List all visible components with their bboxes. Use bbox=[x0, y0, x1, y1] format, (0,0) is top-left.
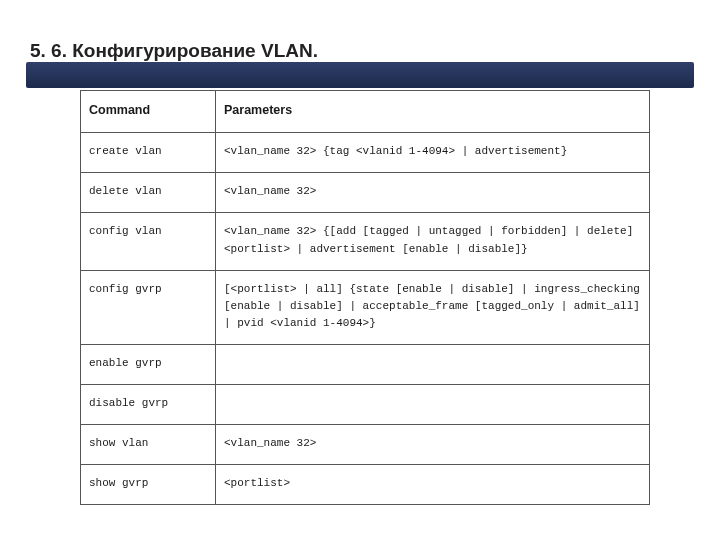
cell-command: enable gvrp bbox=[81, 344, 216, 384]
cell-parameters: <portlist> bbox=[216, 464, 650, 504]
heading-bar bbox=[26, 62, 694, 88]
command-table-wrap: Command Parameters create vlan <vlan_nam… bbox=[80, 90, 650, 505]
cell-command: config gvrp bbox=[81, 270, 216, 344]
table-row: disable gvrp bbox=[81, 384, 650, 424]
table-row: config gvrp [<portlist> | all] {state [e… bbox=[81, 270, 650, 344]
cell-parameters: <vlan_name 32> {[add [tagged | untagged … bbox=[216, 213, 650, 270]
cell-command: show gvrp bbox=[81, 464, 216, 504]
table-row: show gvrp <portlist> bbox=[81, 464, 650, 504]
table-row: show vlan <vlan_name 32> bbox=[81, 424, 650, 464]
cell-parameters: [<portlist> | all] {state [enable | disa… bbox=[216, 270, 650, 344]
table-header-row: Command Parameters bbox=[81, 91, 650, 133]
page: 5. 6. Конфигурирование VLAN. Command Par… bbox=[0, 0, 720, 505]
cell-command: config vlan bbox=[81, 213, 216, 270]
section-heading: 5. 6. Конфигурирование VLAN. bbox=[30, 40, 324, 61]
table-row: delete vlan <vlan_name 32> bbox=[81, 173, 650, 213]
section-heading-wrap: 5. 6. Конфигурирование VLAN. bbox=[30, 40, 690, 62]
cell-parameters: <vlan_name 32> bbox=[216, 173, 650, 213]
cell-parameters bbox=[216, 384, 650, 424]
cell-parameters: <vlan_name 32> {tag <vlanid 1-4094> | ad… bbox=[216, 133, 650, 173]
cell-command: create vlan bbox=[81, 133, 216, 173]
table-row: enable gvrp bbox=[81, 344, 650, 384]
cell-command: show vlan bbox=[81, 424, 216, 464]
cell-command: disable gvrp bbox=[81, 384, 216, 424]
cell-parameters bbox=[216, 344, 650, 384]
header-command: Command bbox=[81, 91, 216, 133]
table-row: create vlan <vlan_name 32> {tag <vlanid … bbox=[81, 133, 650, 173]
cell-parameters: <vlan_name 32> bbox=[216, 424, 650, 464]
header-parameters: Parameters bbox=[216, 91, 650, 133]
table-row: config vlan <vlan_name 32> {[add [tagged… bbox=[81, 213, 650, 270]
cell-command: delete vlan bbox=[81, 173, 216, 213]
command-table: Command Parameters create vlan <vlan_nam… bbox=[80, 90, 650, 505]
